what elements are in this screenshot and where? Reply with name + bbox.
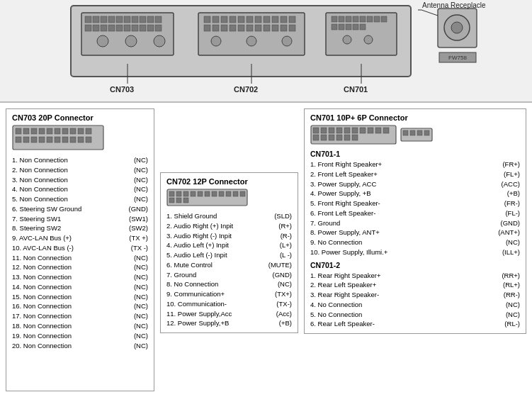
- cn703-panel: CN703 20P Connector 1.: [6, 108, 154, 391]
- table-row: 4. Power Supply, +B(+B): [310, 189, 520, 198]
- cn701-1-subtitle: CN701-1: [310, 150, 520, 158]
- svg-point-24: [154, 35, 165, 47]
- svg-rect-111: [176, 198, 181, 203]
- svg-rect-5: [108, 16, 115, 23]
- svg-rect-118: [344, 128, 350, 133]
- table-row: 2. Non Connection(NC): [12, 165, 148, 175]
- table-row: 10. Power Supply, Illumi.+(ILL+): [310, 247, 520, 257]
- svg-rect-2: [85, 16, 91, 23]
- svg-point-69: [451, 22, 463, 33]
- cn702-graphic: [166, 189, 292, 208]
- main-content: CN703 20P Connector 1.: [0, 103, 532, 397]
- svg-rect-119: [352, 128, 358, 133]
- cn702-mini-svg: [166, 189, 248, 206]
- table-row: 9. No Connection(NC): [310, 237, 520, 247]
- table-row: 5. Non Connection(NC): [12, 194, 148, 204]
- svg-rect-20: [147, 25, 154, 31]
- table-row: 4. Non Connection(NC): [12, 184, 148, 194]
- svg-point-65: [343, 35, 351, 44]
- table-row: 5. No Connection(NC): [310, 310, 520, 320]
- svg-rect-35: [281, 16, 287, 23]
- svg-rect-58: [374, 16, 380, 22]
- svg-rect-59: [381, 16, 387, 22]
- svg-rect-109: [240, 191, 245, 196]
- cn702-area: CN702 12P Connector: [160, 172, 298, 333]
- svg-rect-60: [332, 24, 337, 30]
- svg-rect-129: [352, 135, 358, 140]
- svg-rect-96: [78, 137, 84, 142]
- svg-rect-131: [403, 130, 408, 135]
- table-row: 19. Non Connection(NC): [12, 331, 148, 341]
- svg-rect-95: [70, 137, 76, 142]
- svg-rect-82: [47, 128, 52, 134]
- svg-rect-7: [124, 16, 130, 23]
- cn703-mini-svg: [12, 125, 104, 150]
- svg-rect-89: [23, 137, 29, 142]
- table-row: 4. Audio Left (+) Inpit(L+): [166, 240, 292, 250]
- svg-rect-94: [62, 137, 68, 142]
- svg-rect-79: [23, 128, 29, 134]
- svg-rect-133: [417, 130, 422, 135]
- table-row: 1. Front Right Speaker+(FR+): [310, 160, 520, 169]
- svg-rect-61: [339, 24, 344, 30]
- svg-point-23: [125, 35, 137, 47]
- svg-rect-18: [132, 25, 138, 31]
- svg-rect-122: [375, 128, 381, 133]
- svg-point-49: [247, 36, 256, 46]
- svg-rect-13: [93, 25, 99, 31]
- svg-rect-64: [360, 24, 366, 30]
- cn701-panel: CN701 10P+ 6P Connector: [304, 108, 526, 334]
- table-row: 1. Shield Ground(SLD): [166, 211, 292, 221]
- table-row: 5. Front Right Speaker-(FR-): [310, 198, 520, 208]
- svg-rect-114: [313, 128, 319, 133]
- svg-rect-91: [39, 137, 45, 142]
- svg-rect-120: [360, 128, 366, 133]
- svg-rect-8: [132, 16, 138, 23]
- cn701-2-pin-list: 1. Rear Right Speaker+(RR+)2. Rear Left …: [310, 271, 520, 330]
- svg-rect-10: [147, 16, 154, 23]
- table-row: 2. Front Left Speaker+(FL+): [310, 169, 520, 179]
- svg-rect-88: [16, 137, 21, 142]
- svg-rect-38: [213, 25, 219, 31]
- table-row: 1. Non Connection(NC): [12, 155, 148, 165]
- table-row: 3. Non Connection(NC): [12, 175, 148, 185]
- svg-rect-112: [183, 198, 188, 203]
- svg-rect-100: [176, 191, 181, 196]
- table-row: 6. Steering SW Ground(GND): [12, 204, 148, 214]
- cn702-panel: CN702 12P Connector: [160, 172, 298, 333]
- cn701-title: CN701 10P+ 6P Connector: [310, 113, 520, 122]
- svg-rect-6: [116, 16, 123, 23]
- svg-rect-12: [85, 25, 91, 31]
- svg-rect-97: [86, 137, 91, 142]
- table-row: 2. Rear Left Speaker+(RL+): [310, 280, 520, 290]
- svg-rect-9: [140, 16, 146, 23]
- table-row: 8. Power Supply, ANT+(ANT+): [310, 228, 520, 237]
- table-row: 8. Steering SW2(SW2): [12, 223, 148, 233]
- table-row: 3. Power Supply, ACC(ACC): [310, 179, 520, 189]
- cn702-pin-list: 1. Shield Ground(SLD)2. Audio Right (+) …: [166, 211, 292, 328]
- svg-rect-40: [230, 25, 236, 31]
- table-row: 9. Communication+(TX+): [166, 289, 292, 299]
- svg-rect-132: [410, 130, 415, 135]
- cn701-mini-svg: [310, 125, 434, 145]
- svg-rect-21: [155, 25, 162, 31]
- svg-rect-105: [212, 191, 217, 196]
- table-row: 6. Mute Control(MUTE): [166, 260, 292, 270]
- svg-rect-32: [255, 16, 261, 23]
- svg-rect-80: [31, 128, 37, 134]
- svg-rect-4: [101, 16, 107, 23]
- svg-rect-42: [247, 25, 253, 31]
- svg-rect-34: [272, 16, 278, 23]
- table-row: 14. Non Connection(NC): [12, 282, 148, 292]
- svg-rect-99: [169, 191, 174, 196]
- table-row: 9. AVC-LAN Bus (+)(TX +): [12, 233, 148, 243]
- svg-rect-92: [47, 137, 52, 142]
- table-row: 1. Rear Right Speaker+(RR+): [310, 271, 520, 281]
- svg-line-72: [421, 10, 438, 16]
- svg-rect-16: [116, 25, 123, 31]
- svg-rect-121: [368, 128, 373, 133]
- svg-rect-78: [16, 128, 21, 134]
- svg-rect-123: [383, 128, 389, 133]
- table-row: 3. Rear Right Speaker-(RR-): [310, 290, 520, 300]
- table-row: 11. Power Supply,Acc(Acc): [166, 309, 292, 319]
